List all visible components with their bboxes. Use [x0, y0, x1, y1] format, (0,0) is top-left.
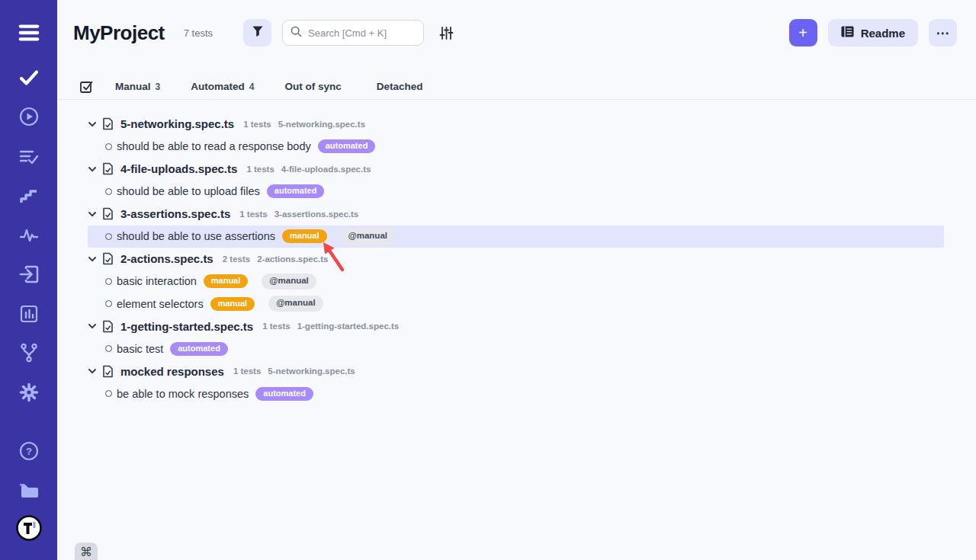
chevron-down-icon[interactable] [88, 210, 97, 219]
page-title: MyProject [73, 21, 165, 45]
spec-file-icon [102, 207, 114, 220]
search-box[interactable] [282, 20, 424, 46]
tests-count-label: 1 tests [262, 322, 290, 331]
folder-icon[interactable] [18, 479, 40, 501]
command-icon: ⌘ [80, 545, 92, 559]
spec-file-row[interactable]: 5-networking.spec.ts1 tests5-networking.… [88, 113, 944, 136]
spec-file-path: 5-networking.spec.ts [278, 120, 365, 129]
test-status-icon [105, 390, 112, 397]
test-status-icon [105, 278, 112, 285]
test-row[interactable]: element selectorsmanual@manual [88, 293, 944, 315]
spec-file-row[interactable]: 4-file-uploads.spec.ts1 tests4-file-uplo… [88, 158, 944, 181]
test-name[interactable]: should be able to read a response body [117, 140, 311, 152]
tab-manual[interactable]: Manual3 [115, 81, 160, 92]
tab-automated[interactable]: Automated4 [191, 81, 254, 92]
spec-file-name[interactable]: 5-networking.spec.ts [120, 117, 234, 130]
sidebar: ? [0, 0, 57, 560]
readme-button[interactable]: Readme [828, 19, 918, 46]
test-name[interactable]: should be able to upload files [117, 185, 260, 197]
tab-bar: Manual3 Automated4 Out of sync Detached [57, 73, 976, 100]
test-name[interactable]: be able to mock responses [117, 388, 249, 400]
automated-badge: automated [318, 139, 376, 153]
test-row[interactable]: be able to mock responsesautomated [88, 382, 944, 405]
spec-file-name[interactable]: 2-actions.spec.ts [120, 252, 214, 265]
add-button[interactable]: + [789, 19, 817, 46]
search-icon [291, 26, 302, 40]
spec-file-row[interactable]: mocked responses1 tests5-networking.spec… [88, 360, 944, 383]
spec-file-name[interactable]: 3-assertions.spec.ts [120, 207, 230, 220]
spec-file-icon [102, 252, 114, 265]
playlist-check-icon[interactable] [18, 146, 40, 168]
help-icon[interactable]: ? [18, 440, 40, 462]
test-row[interactable]: should be able to upload filesautomated [88, 181, 944, 203]
test-name[interactable]: element selectors [117, 298, 204, 310]
app-logo[interactable] [16, 515, 42, 541]
filter-button[interactable] [243, 19, 271, 46]
search-input[interactable] [308, 27, 442, 39]
command-key-button[interactable]: ⌘ [75, 542, 98, 560]
chevron-down-icon[interactable] [88, 366, 97, 376]
tests-count-label: 2 tests [223, 254, 250, 264]
tab-out-of-sync[interactable]: Out of sync [284, 81, 345, 92]
readme-label: Readme [861, 27, 905, 40]
steps-icon[interactable] [18, 185, 40, 206]
tab-label: Detached [377, 81, 423, 92]
spec-file-icon [102, 320, 114, 333]
manual-badge: manual [282, 229, 327, 243]
tab-count: 3 [156, 82, 161, 92]
tests-count-label: 1 tests [239, 210, 267, 219]
bar-chart-icon[interactable] [18, 303, 40, 325]
chevron-down-icon[interactable] [88, 254, 97, 264]
more-options-button[interactable]: ⋯ [929, 19, 957, 46]
tests-count: 7 tests [184, 27, 213, 39]
test-row[interactable]: should be able to use assertionsmanual@m… [88, 226, 944, 248]
tag-pill: @manual [262, 274, 316, 290]
test-status-icon [105, 143, 112, 150]
spec-file-row[interactable]: 1-getting-started.spec.ts1 tests1-gettin… [88, 315, 944, 338]
import-icon[interactable] [18, 264, 40, 285]
manual-badge: manual [210, 297, 255, 311]
spec-file-path: 3-assertions.spec.ts [274, 210, 359, 219]
automated-badge: automated [255, 387, 313, 401]
spec-file-row[interactable]: 3-assertions.spec.ts1 tests3-assertions.… [88, 203, 944, 226]
activity-icon[interactable] [18, 225, 40, 246]
test-name[interactable]: basic test [117, 343, 163, 355]
tests-count-label: 1 tests [246, 165, 274, 174]
spec-file-icon [102, 117, 114, 130]
test-status-icon [105, 300, 112, 307]
check-icon[interactable] [18, 67, 40, 88]
test-name[interactable]: basic interaction [117, 275, 197, 287]
test-row[interactable]: basic testautomated [88, 338, 944, 360]
spec-file-row[interactable]: 2-actions.spec.ts2 tests2-actions.spec.t… [88, 248, 944, 270]
play-circle-icon[interactable] [18, 106, 40, 127]
tab-label: Automated [191, 81, 245, 92]
spec-file-icon [102, 162, 114, 175]
spec-file-name[interactable]: mocked responses [120, 365, 224, 378]
tag-pill: @manual [341, 229, 395, 245]
automated-badge: automated [170, 342, 228, 356]
chevron-down-icon[interactable] [88, 322, 97, 331]
automated-badge: automated [267, 184, 325, 198]
menu-icon[interactable] [18, 22, 40, 43]
test-status-icon [105, 345, 112, 352]
test-name[interactable]: should be able to use assertions [117, 230, 275, 242]
spec-file-name[interactable]: 4-file-uploads.spec.ts [120, 162, 237, 175]
select-all-icon[interactable] [79, 78, 94, 94]
tab-label: Out of sync [284, 81, 341, 92]
sliders-icon[interactable] [437, 24, 455, 42]
tab-detached[interactable]: Detached [377, 81, 428, 92]
tab-count: 4 [249, 82, 255, 92]
gear-icon[interactable] [18, 382, 40, 403]
test-row[interactable]: basic interactionmanual@manual [88, 270, 944, 293]
chevron-down-icon[interactable] [88, 120, 97, 129]
funnel-icon [252, 25, 264, 40]
manual-badge: manual [204, 274, 249, 288]
chevron-down-icon[interactable] [88, 165, 97, 174]
test-status-icon [105, 188, 112, 195]
spec-file-name[interactable]: 1-getting-started.spec.ts [120, 320, 253, 333]
git-branch-icon[interactable] [18, 342, 40, 363]
header: MyProject 7 tests + Readme ⋯ [57, 0, 976, 66]
test-row[interactable]: should be able to read a response bodyau… [88, 136, 944, 158]
book-icon [841, 26, 854, 40]
spec-file-path: 1-getting-started.spec.ts [297, 322, 400, 331]
